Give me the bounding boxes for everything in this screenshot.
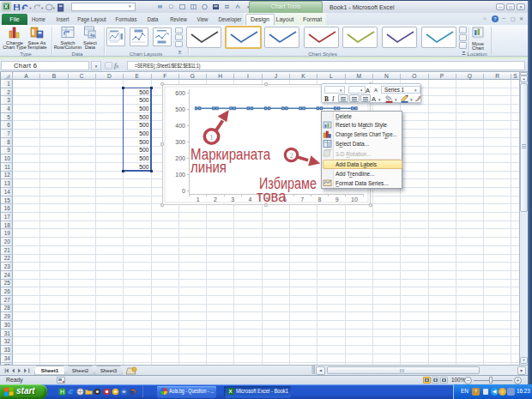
svg-text:▾: ▾ — [52, 6, 55, 10]
svg-text:▾: ▾ — [29, 6, 32, 10]
svg-text:▾: ▾ — [41, 6, 44, 10]
svg-text:1: 1 — [209, 133, 214, 142]
svg-text:4a: 4a — [90, 33, 95, 38]
svg-text:2: 2 — [289, 151, 293, 160]
svg-text:H: H — [60, 389, 64, 395]
